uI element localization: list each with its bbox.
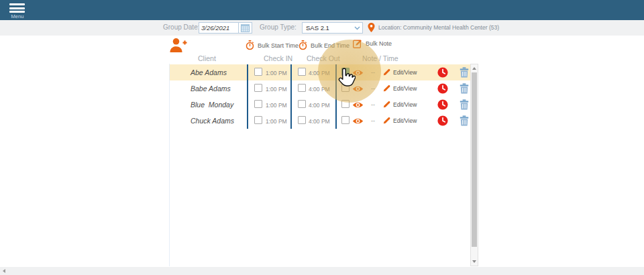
column-header-check-out: Check Out: [307, 54, 340, 62]
client-name: Abe Adams: [191, 68, 227, 76]
note-checkbox[interactable]: [341, 84, 350, 92]
calendar-button[interactable]: [238, 23, 252, 33]
column-divider: [290, 113, 292, 129]
note-checkbox[interactable]: [341, 100, 350, 108]
check-in-checkbox[interactable]: [254, 100, 262, 108]
column-divider: [335, 113, 337, 129]
bulk-end-time-button[interactable]: Bulk End Time: [299, 40, 350, 50]
table-scrollbar[interactable]: [470, 64, 478, 266]
client-name: Blue Monday: [191, 101, 233, 109]
eye-icon[interactable]: [352, 69, 364, 76]
edit-view-label: Edit/View: [393, 101, 417, 108]
horizontal-scrollbar[interactable]: [0, 267, 644, 275]
location-pin-icon: [368, 23, 375, 32]
check-in-time: 1:00 PM: [266, 102, 287, 109]
bulk-end-time-label: Bulk End Time: [311, 42, 350, 49]
menu-button-label: Menu: [4, 13, 31, 19]
edit-view-link[interactable]: Edit/View: [383, 68, 417, 76]
calendar-icon: [241, 24, 250, 32]
clock-status-button[interactable]: [437, 115, 448, 126]
column-divider: [290, 64, 292, 80]
group-date-control: [199, 22, 252, 34]
note-pencil-icon: [353, 39, 362, 48]
column-divider: [335, 80, 337, 97]
group-type-select[interactable]: SAS 2.1: [302, 22, 363, 34]
table-row[interactable]: Blue Monday 1:00 PM 4:00 PM --: [170, 97, 471, 113]
edit-view-link[interactable]: Edit/View: [383, 101, 417, 108]
add-client-button[interactable]: [169, 37, 187, 54]
location-display: Location: Community Mental Health Center…: [368, 23, 499, 32]
delete-row-button[interactable]: [460, 99, 469, 110]
delete-row-button[interactable]: [460, 115, 469, 126]
pencil-icon: [383, 85, 390, 92]
group-attendance-screen: Menu Group Date: Group Type: SAS 2.1: [0, 0, 644, 275]
filters-bar: Group Date: Group Type: SAS 2.1: [0, 20, 644, 36]
column-header-note-time: Note / Time: [362, 54, 398, 62]
edit-view-link[interactable]: Edit/View: [383, 85, 417, 92]
edit-view-label: Edit/View: [393, 69, 417, 76]
edit-view-link[interactable]: Edit/View: [383, 117, 417, 124]
check-out-time: 4:00 PM: [309, 70, 330, 76]
table-row[interactable]: Babe Adams 1:00 PM 4:00 PM --: [170, 80, 471, 97]
eye-icon[interactable]: [352, 85, 364, 93]
note-checkbox[interactable]: [341, 68, 350, 76]
clock-status-button[interactable]: [437, 67, 448, 78]
column-divider: [335, 64, 337, 80]
client-name: Babe Adams: [191, 85, 231, 93]
chevron-down-icon: [354, 26, 360, 30]
check-out-time: 4:00 PM: [309, 86, 330, 93]
scroll-up-arrow-icon[interactable]: [472, 67, 476, 70]
column-divider: [247, 80, 248, 97]
check-out-checkbox[interactable]: [298, 100, 306, 108]
table-row[interactable]: Chuck Adams 1:00 PM 4:00 PM --: [170, 113, 471, 129]
scroll-left-arrow-icon[interactable]: [3, 269, 5, 273]
check-in-checkbox[interactable]: [254, 68, 262, 76]
check-out-checkbox[interactable]: [298, 116, 306, 124]
person-plus-icon: [169, 37, 187, 54]
column-divider: [247, 64, 248, 80]
column-divider: [247, 113, 248, 129]
group-date-input[interactable]: [199, 23, 238, 33]
location-text: Location: Community Mental Health Center…: [378, 24, 499, 31]
edit-view-label: Edit/View: [393, 117, 417, 124]
table-row[interactable]: Abe Adams 1:00 PM 4:00 PM --: [170, 64, 471, 80]
delete-row-button[interactable]: [460, 67, 469, 78]
check-out-checkbox[interactable]: [298, 84, 306, 92]
stopwatch-icon: [246, 40, 254, 50]
column-header-check-in: Check IN: [264, 54, 292, 62]
bulk-note-button[interactable]: Bulk Note: [353, 39, 392, 48]
check-in-time: 1:00 PM: [266, 118, 287, 125]
column-divider: [335, 97, 337, 113]
pencil-icon: [383, 101, 390, 108]
delete-row-button[interactable]: [460, 83, 469, 94]
attendance-table: Abe Adams 1:00 PM 4:00 PM --: [169, 64, 471, 266]
bulk-note-label: Bulk Note: [366, 40, 392, 47]
scroll-down-arrow-icon[interactable]: [472, 260, 476, 263]
check-in-checkbox[interactable]: [254, 84, 262, 92]
client-name: Chuck Adams: [191, 117, 234, 125]
top-menu-bar: Menu: [0, 0, 644, 20]
scrollbar-thumb[interactable]: [472, 72, 477, 247]
clock-status-button[interactable]: [437, 83, 448, 94]
column-divider: [290, 97, 292, 113]
group-type-label: Group Type:: [260, 23, 297, 31]
check-in-checkbox[interactable]: [254, 116, 262, 124]
check-out-checkbox[interactable]: [298, 68, 306, 76]
column-divider: [290, 80, 292, 97]
check-in-time: 1:00 PM: [266, 70, 287, 76]
pencil-icon: [383, 68, 390, 76]
stopwatch-icon: [299, 40, 307, 50]
bulk-start-time-label: Bulk Start Time: [258, 42, 299, 49]
note-checkbox[interactable]: [341, 116, 350, 124]
eye-icon[interactable]: [352, 101, 364, 109]
note-value: --: [371, 101, 375, 108]
note-value: --: [371, 117, 375, 124]
pencil-icon: [383, 117, 390, 124]
clock-status-button[interactable]: [437, 99, 448, 110]
column-divider: [247, 97, 248, 113]
eye-icon[interactable]: [352, 117, 364, 125]
check-out-time: 4:00 PM: [309, 118, 330, 125]
menu-button[interactable]: Menu: [4, 1, 31, 19]
table-rows: Abe Adams 1:00 PM 4:00 PM --: [170, 64, 471, 129]
bulk-start-time-button[interactable]: Bulk Start Time: [246, 40, 299, 50]
